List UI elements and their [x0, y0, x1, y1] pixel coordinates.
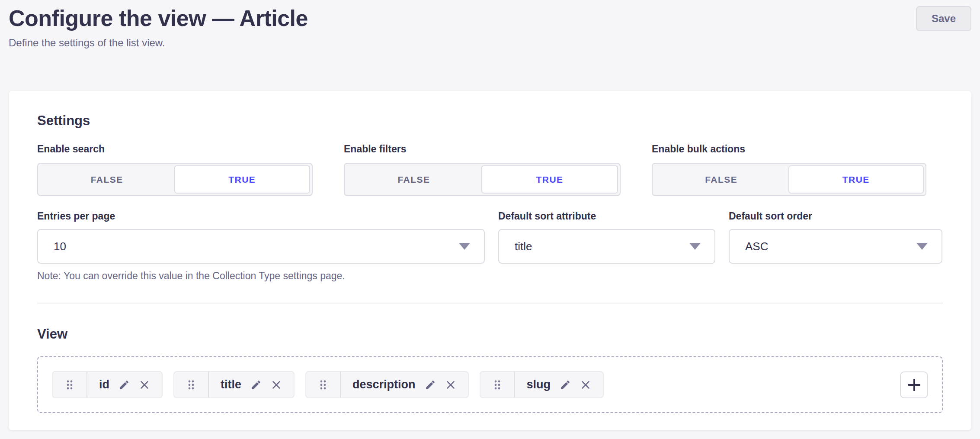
field-chip-label: description — [352, 378, 416, 391]
remove-field-button[interactable] — [445, 379, 456, 391]
drag-handle[interactable] — [306, 372, 341, 397]
field-default-sort-attribute: Default sort attribute title — [498, 210, 715, 282]
view-section-title: View — [37, 326, 943, 342]
drag-handle[interactable] — [174, 372, 209, 397]
page-subtitle: Define the settings of the list view. — [9, 36, 308, 50]
field-entries-per-page: Entries per page 10 Note: You can overri… — [37, 210, 485, 282]
save-button[interactable]: Save — [916, 6, 971, 31]
field-default-sort-order: Default sort order ASC — [729, 210, 942, 282]
field-label: Enable search — [37, 143, 313, 155]
enable-bulk-actions-toggle: FALSE TRUE — [652, 163, 926, 196]
remove-field-button[interactable] — [580, 379, 591, 391]
drag-handle-icon — [65, 379, 74, 391]
toggle-option-false[interactable]: FALSE — [654, 165, 788, 194]
field-enable-filters: Enable filters FALSE TRUE — [344, 143, 621, 196]
field-chip-label: id — [99, 378, 109, 391]
drag-handle[interactable] — [53, 372, 87, 397]
select-value: 10 — [54, 240, 66, 253]
toggles-row: Enable search FALSE TRUE Enable filters … — [37, 143, 943, 196]
entries-per-page-note: Note: You can override this value in the… — [37, 270, 485, 282]
field-chip-title: title — [173, 371, 295, 398]
page-header-text: Configure the view — Article Define the … — [9, 5, 308, 50]
drag-handle-icon — [319, 379, 327, 391]
field-label: Enable bulk actions — [652, 143, 926, 155]
field-chip-body: description — [341, 372, 468, 397]
field-enable-search: Enable search FALSE TRUE — [37, 143, 313, 196]
remove-cross-icon — [271, 379, 282, 391]
chevron-down-icon — [459, 243, 470, 250]
field-label: Default sort attribute — [498, 210, 715, 222]
view-fields-dropzone: id — [37, 356, 943, 413]
edit-field-button[interactable] — [560, 379, 571, 391]
field-enable-bulk-actions: Enable bulk actions FALSE TRUE — [652, 143, 926, 196]
toggle-option-false[interactable]: FALSE — [40, 165, 174, 194]
remove-field-button[interactable] — [271, 379, 282, 391]
plus-icon — [906, 377, 922, 393]
edit-pencil-icon — [250, 379, 262, 391]
drag-handle-icon — [493, 379, 502, 391]
page-header: Configure the view — Article Define the … — [9, 5, 971, 50]
enable-filters-toggle: FALSE TRUE — [344, 163, 621, 196]
select-value: ASC — [745, 240, 768, 253]
edit-field-button[interactable] — [425, 379, 436, 391]
selects-row: Entries per page 10 Note: You can overri… — [37, 210, 943, 282]
settings-card: Settings Enable search FALSE TRUE Enable… — [9, 91, 971, 430]
field-label: Default sort order — [729, 210, 942, 222]
field-chip-label: title — [221, 378, 241, 391]
field-chip-body: title — [209, 372, 294, 397]
drag-handle[interactable] — [480, 372, 515, 397]
field-label: Entries per page — [37, 210, 485, 222]
field-chip-body: id — [87, 372, 162, 397]
toggle-option-false[interactable]: FALSE — [346, 165, 481, 194]
select-value: title — [515, 240, 532, 253]
field-chip-slug: slug — [480, 371, 604, 398]
add-field-button[interactable] — [900, 371, 928, 398]
default-sort-order-select[interactable]: ASC — [729, 229, 942, 264]
toggle-option-true[interactable]: TRUE — [788, 165, 924, 194]
page-title: Configure the view — Article — [9, 5, 308, 31]
remove-field-button[interactable] — [139, 379, 150, 391]
edit-pencil-icon — [118, 379, 130, 391]
edit-pencil-icon — [560, 379, 571, 391]
edit-field-button[interactable] — [250, 379, 262, 391]
settings-section-title: Settings — [37, 113, 943, 129]
field-chip-body: slug — [515, 372, 603, 397]
default-sort-attribute-select[interactable]: title — [498, 229, 715, 264]
toggle-option-true[interactable]: TRUE — [174, 165, 311, 194]
enable-search-toggle: FALSE TRUE — [37, 163, 313, 196]
remove-cross-icon — [139, 379, 150, 391]
field-label: Enable filters — [344, 143, 621, 155]
edit-field-button[interactable] — [118, 379, 130, 391]
remove-cross-icon — [580, 379, 591, 391]
section-divider — [37, 303, 943, 303]
chevron-down-icon — [916, 243, 928, 250]
edit-pencil-icon — [425, 379, 436, 391]
chevron-down-icon — [689, 243, 701, 250]
drag-handle-icon — [187, 379, 195, 391]
toggle-option-true[interactable]: TRUE — [481, 165, 618, 194]
field-chip-id: id — [52, 371, 163, 398]
field-chip-label: slug — [527, 378, 551, 391]
field-chip-description: description — [305, 371, 469, 398]
entries-per-page-select[interactable]: 10 — [37, 229, 485, 264]
remove-cross-icon — [445, 379, 456, 391]
configure-view-page: Configure the view — Article Define the … — [0, 0, 980, 439]
